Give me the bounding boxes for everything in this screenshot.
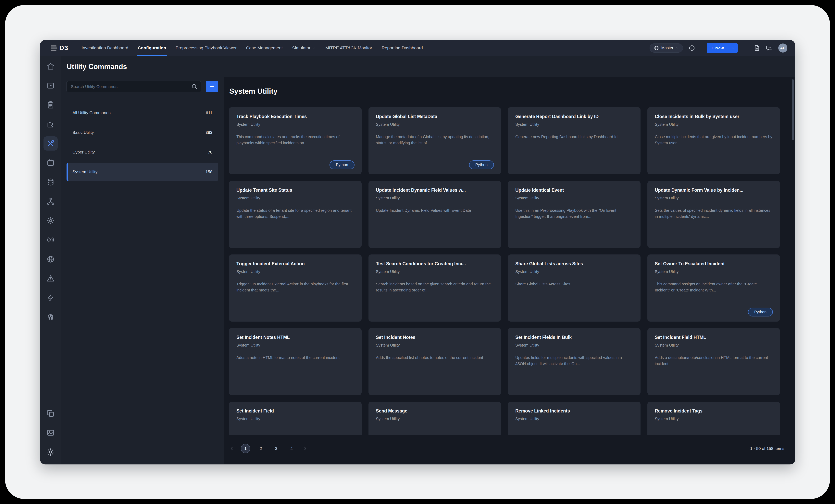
command-description: This command assigns an incident owner a… bbox=[655, 281, 773, 293]
search-input[interactable] bbox=[66, 81, 201, 92]
rail-item-identity[interactable] bbox=[43, 310, 58, 324]
nav-preprocessing-playbook-viewer[interactable]: Preprocessing Playbook Viewer bbox=[171, 40, 241, 56]
home-icon bbox=[46, 62, 55, 71]
rail-item-schedules[interactable] bbox=[43, 156, 58, 170]
document-button[interactable] bbox=[753, 44, 760, 51]
command-card[interactable]: Send Message System Utility bbox=[368, 402, 501, 435]
rail-item-media[interactable] bbox=[43, 426, 58, 440]
nav-mitre-attack-monitor[interactable]: MITRE ATT&CK Monitor bbox=[321, 40, 377, 56]
rail-item-playbooks[interactable] bbox=[43, 79, 58, 93]
command-card[interactable]: Set Incident Notes System Utility Adds t… bbox=[368, 328, 501, 395]
command-card[interactable]: Track Playbook Execution Times System Ut… bbox=[229, 107, 362, 174]
category-all-utility-commands[interactable]: All Utility Commands 611 bbox=[66, 104, 218, 122]
rail-item-system-settings[interactable] bbox=[43, 445, 58, 459]
rail-item-data[interactable] bbox=[43, 175, 58, 189]
info-button[interactable] bbox=[689, 45, 695, 51]
rail-item-home[interactable] bbox=[43, 59, 58, 74]
command-card[interactable]: Remove Incident Tags System Utility bbox=[647, 402, 780, 435]
command-title: Set Incident Fields In Bulk bbox=[515, 335, 633, 340]
rail-item-alerts[interactable] bbox=[43, 271, 58, 286]
category-count: 158 bbox=[205, 169, 212, 174]
nav-simulator[interactable]: Simulator bbox=[287, 40, 321, 56]
command-card[interactable]: Update Dynamic Form Value by Inciden... … bbox=[647, 181, 780, 248]
category-count: 383 bbox=[205, 130, 212, 135]
category-list: All Utility Commands 611 Basic Utility 3… bbox=[66, 104, 218, 181]
rail-item-utility-commands[interactable] bbox=[43, 136, 58, 150]
command-description: Generate new Reporting Dashboard links b… bbox=[515, 134, 633, 140]
command-card[interactable]: Remove Linked Incidents System Utility bbox=[508, 402, 640, 435]
chat-button[interactable] bbox=[766, 44, 773, 51]
rail-item-automation[interactable] bbox=[43, 291, 58, 305]
command-title: Generate Report Dashboard Link by ID bbox=[515, 114, 633, 119]
command-card[interactable]: Close Incidents in Bulk by System user S… bbox=[647, 107, 780, 174]
command-category: System Utility bbox=[655, 269, 773, 274]
rail-item-tasks[interactable] bbox=[43, 98, 58, 112]
command-category: System Utility bbox=[376, 196, 494, 200]
rail-item-settings[interactable] bbox=[43, 213, 58, 228]
page-button-2[interactable]: 2 bbox=[256, 444, 266, 453]
category-cyber-utility[interactable]: Cyber Utility 70 bbox=[66, 143, 218, 161]
command-card[interactable]: Update Global List MetaData System Utili… bbox=[368, 107, 501, 174]
chevron-down-icon bbox=[675, 46, 679, 50]
rail-bottom-group bbox=[43, 406, 58, 459]
command-title: Remove Incident Tags bbox=[655, 408, 773, 414]
command-category: System Utility bbox=[515, 122, 633, 127]
command-card[interactable]: Update Identical Event System Utility Us… bbox=[508, 181, 640, 248]
command-card[interactable]: Set Owner To Escalated Incident System U… bbox=[647, 254, 780, 321]
scrollbar-thumb[interactable] bbox=[792, 79, 794, 140]
info-icon bbox=[689, 45, 695, 51]
command-card[interactable]: Trigger Incident External Action System … bbox=[229, 254, 362, 321]
nav-reporting-dashboard[interactable]: Reporting Dashboard bbox=[377, 40, 428, 56]
page-button-3[interactable]: 3 bbox=[271, 444, 281, 453]
page-button-1[interactable]: 1 bbox=[241, 444, 250, 453]
pagination-prev-button[interactable] bbox=[229, 445, 235, 451]
command-card[interactable]: Share Global Lists across Sites System U… bbox=[508, 254, 640, 321]
alert-triangle-icon bbox=[46, 274, 55, 283]
chevron-left-icon bbox=[229, 445, 235, 451]
new-button[interactable]: + New bbox=[707, 43, 738, 53]
command-card[interactable]: Update Incident Dynamic Field Values w..… bbox=[368, 181, 501, 248]
page-button-4[interactable]: 4 bbox=[287, 444, 296, 453]
command-card[interactable]: Generate Report Dashboard Link by ID Sys… bbox=[508, 107, 640, 174]
command-card[interactable]: Set Incident Notes HTML System Utility A… bbox=[229, 328, 362, 395]
pagination-summary: 1 - 50 of 158 items bbox=[750, 446, 785, 451]
add-utility-command-button[interactable]: + bbox=[206, 81, 218, 92]
category-basic-utility[interactable]: Basic Utility 383 bbox=[66, 123, 218, 142]
command-title: Close Incidents in Bulk by System user bbox=[655, 114, 773, 119]
d3-logo[interactable]: D3 bbox=[50, 44, 68, 52]
primary-nav: Investigation Dashboard Configuration Pr… bbox=[77, 40, 428, 56]
rail-item-hierarchy[interactable] bbox=[43, 194, 58, 208]
command-category: System Utility bbox=[376, 417, 494, 421]
category-system-utility[interactable]: System Utility 158 bbox=[66, 163, 218, 181]
nav-configuration[interactable]: Configuration bbox=[133, 40, 171, 56]
rail-item-workspaces[interactable] bbox=[43, 406, 58, 421]
command-card[interactable]: Set Incident Fields In Bulk System Utili… bbox=[508, 328, 640, 395]
gear-icon bbox=[46, 448, 55, 456]
command-description: Search incidents based on the given sear… bbox=[376, 281, 494, 293]
chat-icon bbox=[766, 44, 773, 51]
command-card[interactable]: Set Incident Field System Utility bbox=[229, 402, 362, 435]
command-card[interactable]: Test Search Conditions for Creating Inci… bbox=[368, 254, 501, 321]
command-category: System Utility bbox=[237, 269, 354, 274]
python-tag: Python bbox=[329, 161, 354, 169]
command-card[interactable]: Update Tenant Site Status System Utility… bbox=[229, 181, 362, 248]
command-category: System Utility bbox=[515, 417, 633, 421]
pagination-next-button[interactable] bbox=[302, 445, 308, 451]
page-title: Utility Commands bbox=[67, 63, 127, 71]
document-icon bbox=[753, 44, 760, 51]
avatar[interactable]: AU bbox=[778, 43, 787, 52]
puzzle-icon bbox=[46, 120, 55, 128]
new-button-caret[interactable] bbox=[728, 46, 738, 50]
app-window: D3 Investigation Dashboard Configuration… bbox=[40, 40, 795, 464]
command-card[interactable]: Set Incident Field HTML System Utility A… bbox=[647, 328, 780, 395]
clipboard-icon bbox=[46, 101, 55, 109]
nav-investigation-dashboard[interactable]: Investigation Dashboard bbox=[77, 40, 133, 56]
command-description: Use this in an Preprocessing Playbook wi… bbox=[515, 207, 633, 219]
pagination-bar: 1 2 3 4 1 - 50 of 158 items bbox=[224, 435, 795, 464]
rail-item-integrations[interactable] bbox=[43, 117, 58, 131]
site-selector[interactable]: Master bbox=[650, 43, 683, 52]
nav-case-management[interactable]: Case Management bbox=[241, 40, 287, 56]
category-count: 70 bbox=[208, 150, 212, 154]
rail-item-web[interactable] bbox=[43, 252, 58, 266]
rail-item-broadcast[interactable] bbox=[43, 233, 58, 247]
